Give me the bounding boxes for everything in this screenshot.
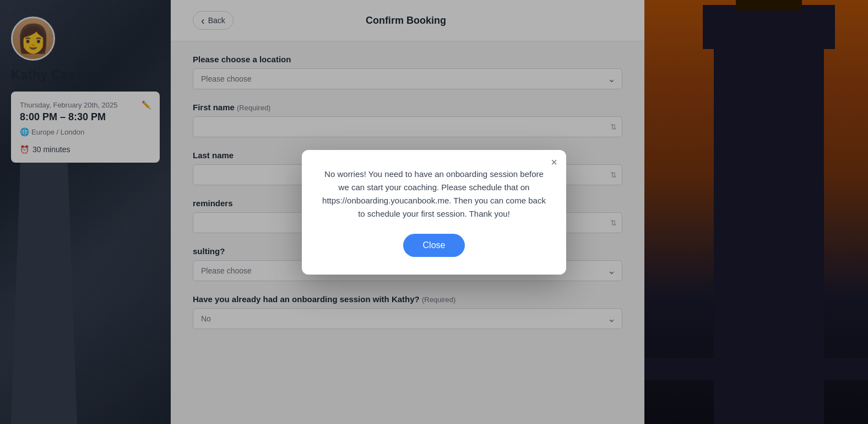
dialog-close-button[interactable]: Close (403, 234, 465, 257)
dialog: × No worries! You need to have an onboar… (302, 150, 566, 275)
dialog-close-x-button[interactable]: × (551, 157, 557, 168)
dialog-overlay: × No worries! You need to have an onboar… (0, 0, 868, 424)
dialog-message: No worries! You need to have an onboardi… (319, 168, 549, 221)
